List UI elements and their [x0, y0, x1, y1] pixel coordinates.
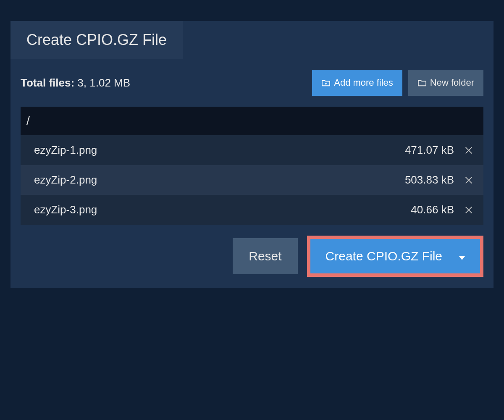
folder-icon [417, 79, 427, 87]
file-right: 40.66 kB [411, 203, 475, 216]
close-icon [464, 176, 473, 185]
file-size: 471.07 kB [405, 144, 454, 157]
caret-down-icon [459, 249, 465, 263]
file-size: 40.66 kB [411, 203, 454, 216]
add-more-files-button[interactable]: Add more files [312, 70, 402, 96]
file-right: 471.07 kB [405, 144, 475, 157]
svg-marker-8 [459, 256, 465, 260]
file-name: ezyZip-2.png [34, 173, 97, 186]
remove-file-button[interactable] [462, 174, 475, 186]
folder-plus-icon [321, 79, 331, 87]
total-files-summary: Total files: 3, 1.02 MB [21, 76, 130, 89]
top-button-group: Add more files New folder [312, 70, 483, 96]
file-right: 503.83 kB [405, 173, 475, 186]
file-size: 503.83 kB [405, 173, 454, 186]
file-row: ezyZip-2.png 503.83 kB [21, 165, 483, 195]
action-row: Reset Create CPIO.GZ File [21, 236, 483, 277]
remove-file-button[interactable] [462, 204, 475, 216]
total-files-value: 3, 1.02 MB [77, 76, 130, 89]
file-name: ezyZip-3.png [34, 203, 97, 216]
close-icon [464, 205, 473, 215]
reset-button[interactable]: Reset [233, 238, 297, 274]
main-panel: Create CPIO.GZ File Total files: 3, 1.02… [10, 21, 494, 288]
total-files-label: Total files: [21, 76, 74, 89]
file-list: / ezyZip-1.png 471.07 kB [21, 107, 483, 225]
path-header: / [21, 107, 483, 135]
create-button-label: Create CPIO.GZ File [326, 249, 442, 263]
file-name: ezyZip-1.png [34, 144, 97, 157]
create-file-button[interactable]: Create CPIO.GZ File [310, 239, 480, 273]
close-icon [464, 146, 473, 155]
create-button-highlight: Create CPIO.GZ File [307, 236, 483, 277]
new-folder-label: New folder [430, 77, 474, 88]
file-row: ezyZip-3.png 40.66 kB [21, 195, 483, 225]
panel-body: Total files: 3, 1.02 MB Add more files [10, 59, 494, 288]
file-row: ezyZip-1.png 471.07 kB [21, 135, 483, 165]
panel-tab-title: Create CPIO.GZ File [10, 21, 183, 59]
summary-row: Total files: 3, 1.02 MB Add more files [21, 70, 483, 96]
new-folder-button[interactable]: New folder [408, 70, 483, 96]
remove-file-button[interactable] [462, 144, 475, 157]
add-more-files-label: Add more files [334, 77, 393, 88]
